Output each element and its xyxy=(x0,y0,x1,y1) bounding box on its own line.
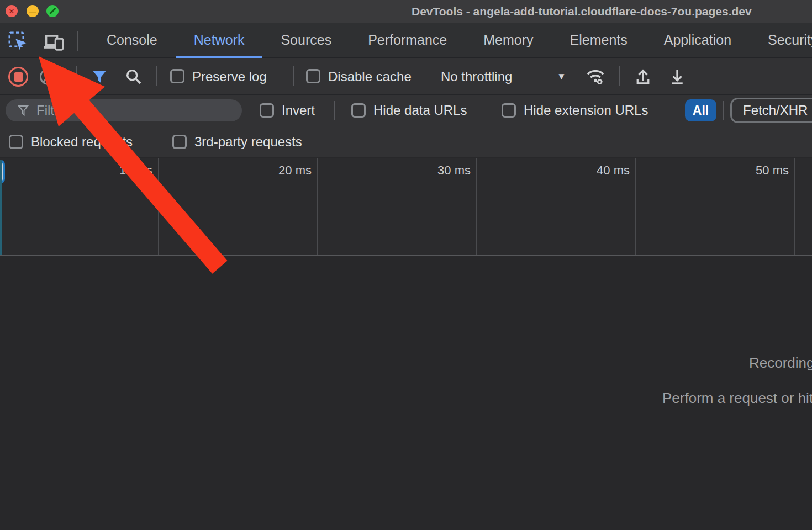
import-har-button[interactable] xyxy=(632,66,654,88)
timeline-tick: 30 ms xyxy=(318,158,477,255)
zoom-window-button[interactable] xyxy=(46,5,59,17)
funnel-icon xyxy=(91,68,108,86)
network-filter-bar: Invert Hide data URLs Hide extension URL… xyxy=(0,95,812,126)
hide-extension-urls-checkbox[interactable] xyxy=(502,103,516,118)
tab-memory[interactable]: Memory xyxy=(465,23,551,58)
network-conditions-icon xyxy=(584,66,607,87)
devtools-tabbar: Console Network Sources Performance Memo… xyxy=(0,23,812,58)
minimize-icon: — xyxy=(27,5,39,17)
filter-field[interactable] xyxy=(6,99,242,121)
filter-fetch-xhr-button[interactable]: Fetch/XHR xyxy=(730,98,812,123)
filterbar-separator xyxy=(723,101,724,120)
tab-elements[interactable]: Elements xyxy=(552,23,646,58)
tab-application[interactable]: Application xyxy=(646,23,750,58)
disable-cache-checkbox[interactable] xyxy=(306,69,320,83)
inspect-cursor-icon xyxy=(7,30,29,52)
preserve-log-label: Preserve log xyxy=(192,58,267,95)
record-stop-icon xyxy=(14,72,23,82)
tab-security[interactable]: Security xyxy=(750,23,812,58)
timeline-tick: 40 ms xyxy=(477,158,636,255)
disable-cache-label: Disable cache xyxy=(328,58,412,95)
tab-console[interactable]: Console xyxy=(88,23,176,58)
filterbar-separator xyxy=(334,101,335,120)
network-filter-bar-2: Blocked requests 3rd-party requests xyxy=(0,126,812,157)
filter-all-button[interactable]: All xyxy=(685,99,716,121)
network-overview-timeline[interactable]: 10 ms 20 ms 30 ms 40 ms 50 ms xyxy=(0,158,812,256)
tab-performance[interactable]: Performance xyxy=(350,23,465,58)
device-toolbar-icon xyxy=(42,30,65,52)
hide-data-urls-checkbox[interactable] xyxy=(351,103,366,118)
third-party-requests-checkbox[interactable] xyxy=(172,135,187,149)
search-icon xyxy=(124,67,143,86)
third-party-requests-label: 3rd-party requests xyxy=(194,126,302,157)
clear-network-log-button[interactable] xyxy=(40,68,56,85)
close-icon: ✕ xyxy=(6,5,18,17)
toolbar-separator xyxy=(156,66,157,86)
timeline-tick: 20 ms xyxy=(159,158,318,255)
zoom-icon xyxy=(49,8,56,14)
toolbar-separator xyxy=(293,66,294,86)
throttling-select[interactable]: No throttling xyxy=(441,58,512,95)
invert-label: Invert xyxy=(282,95,315,126)
invert-checkbox[interactable] xyxy=(260,103,274,118)
blocked-requests-checkbox[interactable] xyxy=(9,135,23,149)
panel-tabs: Console Network Sources Performance Memo… xyxy=(88,23,812,58)
upload-icon xyxy=(633,67,653,87)
toolbar-separator xyxy=(619,66,620,86)
tab-sources[interactable]: Sources xyxy=(262,23,350,58)
inspect-element-button[interactable] xyxy=(7,30,30,53)
tab-network[interactable]: Network xyxy=(176,23,263,58)
devtools-window: ✕ — DevTools - angela-add-tutorial.cloud… xyxy=(0,0,812,530)
preserve-log-checkbox[interactable] xyxy=(170,69,184,83)
blocked-requests-label: Blocked requests xyxy=(31,126,133,157)
hide-extension-urls-label: Hide extension URLs xyxy=(524,95,648,126)
timeline-tick: 50 ms xyxy=(636,158,795,255)
overview-left-divider xyxy=(0,160,2,255)
clear-icon xyxy=(43,71,54,83)
close-window-button[interactable]: ✕ xyxy=(6,5,18,17)
chevron-down-icon[interactable]: ▼ xyxy=(557,58,566,95)
titlebar: ✕ — DevTools - angela-add-tutorial.cloud… xyxy=(0,0,812,23)
filter-input[interactable] xyxy=(36,103,224,118)
timeline-tick: 10 ms xyxy=(0,158,159,255)
filter-toggle-button[interactable] xyxy=(88,66,110,87)
tabbar-separator xyxy=(77,31,78,51)
search-button[interactable] xyxy=(123,66,145,87)
funnel-icon xyxy=(17,104,30,117)
hide-data-urls-label: Hide data URLs xyxy=(373,95,467,126)
recording-status-text: Recording network activity… xyxy=(749,354,812,372)
network-requests-panel: Recording network activity… Perform a re… xyxy=(0,257,812,530)
toolbar-separator xyxy=(76,66,77,86)
export-har-button[interactable] xyxy=(666,66,688,88)
download-icon xyxy=(667,67,687,87)
window-title: DevTools - angela-add-tutorial.cloudflar… xyxy=(412,5,752,18)
perform-request-hint: Perform a request or hit ⌘ R to record t… xyxy=(662,390,812,407)
network-conditions-button[interactable] xyxy=(583,66,608,88)
network-toolbar: Preserve log Disable cache No throttling… xyxy=(0,58,812,95)
toggle-device-toolbar-button[interactable] xyxy=(41,30,66,53)
minimize-window-button[interactable]: — xyxy=(27,5,39,17)
record-network-log-button[interactable] xyxy=(8,67,28,87)
